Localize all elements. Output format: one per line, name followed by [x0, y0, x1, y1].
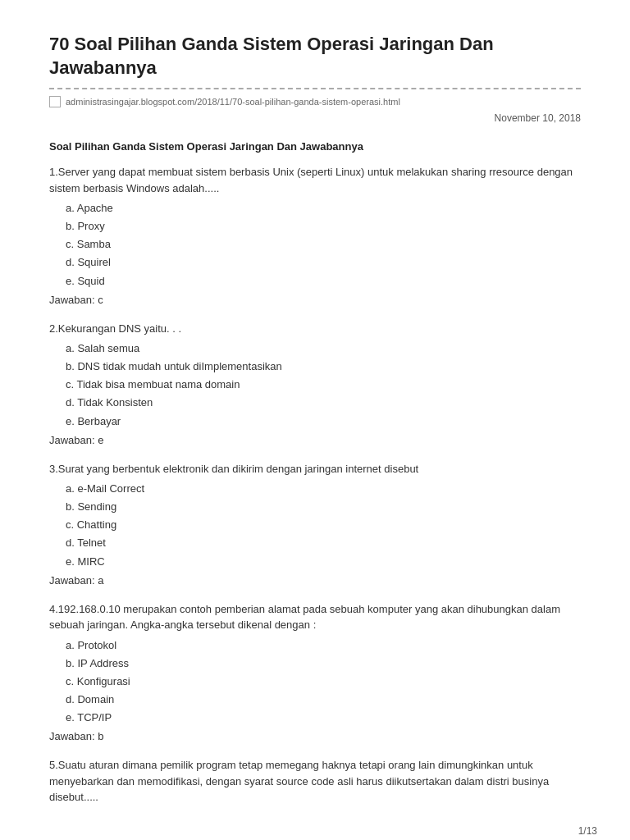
question-text: 2.Kekurangan DNS yaitu. . .	[49, 321, 581, 337]
list-item: e. Berbayar	[66, 413, 581, 431]
question-text: 3.Surat yang berbentuk elektronik dan di…	[49, 461, 581, 477]
source-url-row: administrasingajar.blogspot.com/2018/11/…	[49, 96, 581, 107]
answer-text: Jawaban: e	[49, 434, 581, 446]
list-item: b. Proxy	[66, 217, 581, 235]
question-block: 2.Kekurangan DNS yaitu. . .a. Salah semu…	[49, 321, 581, 446]
question-text: 1.Server yang dapat membuat sistem berba…	[49, 164, 581, 196]
list-item: d. Tidak Konsisten	[66, 394, 581, 412]
list-item: d. Squirel	[66, 253, 581, 272]
section-title: Soal Pilihan Ganda Sistem Operasi Jaring…	[49, 140, 581, 153]
answer-text: Jawaban: b	[49, 730, 581, 742]
question-text: 4.192.168.0.10 merupakan contoh pemberia…	[49, 601, 581, 633]
question-block: 4.192.168.0.10 merupakan contoh pemberia…	[49, 601, 581, 742]
list-item: a. e-Mail Correct	[66, 480, 581, 498]
options-list: a. Apacheb. Proxyc. Sambad. Squirele. Sq…	[49, 199, 581, 290]
date-row: November 10, 2018	[49, 112, 581, 124]
list-item: e. Squid	[66, 272, 581, 290]
date-text: November 10, 2018	[495, 112, 581, 124]
options-list: a. e-Mail Correctb. Sendingc. Chattingd.…	[49, 480, 581, 570]
source-url: administrasingajar.blogspot.com/2018/11/…	[66, 97, 400, 107]
page-container: 70 Soal Pilihan Ganda Sistem Operasi Jar…	[0, 0, 630, 840]
options-list: a. Salah semuab. DNS tidak mudah untuk d…	[49, 340, 581, 430]
question-block: 5.Suatu aturan dimana pemilik program te…	[49, 757, 581, 806]
list-item: b. Sending	[66, 498, 581, 516]
answer-text: Jawaban: c	[49, 294, 581, 306]
list-item: c. Tidak bisa membuat nama domain	[66, 376, 581, 394]
answer-text: Jawaban: a	[49, 574, 581, 587]
page-title: 70 Soal Pilihan Ganda Sistem Operasi Jar…	[49, 33, 581, 80]
list-item: d. Domain	[66, 691, 581, 709]
list-item: c. Chatting	[66, 516, 581, 534]
list-item: d. Telnet	[66, 534, 581, 552]
question-block: 3.Surat yang berbentuk elektronik dan di…	[49, 461, 581, 587]
divider	[49, 88, 581, 89]
list-item: a. Salah semua	[66, 340, 581, 358]
list-item: c. Konfigurasi	[66, 673, 581, 691]
list-item: b. DNS tidak mudah untuk diImplementasik…	[66, 358, 581, 376]
question-text: 5.Suatu aturan dimana pemilik program te…	[49, 757, 581, 806]
page-number: 1/13	[578, 825, 597, 837]
questions-container: 1.Server yang dapat membuat sistem berba…	[49, 164, 581, 805]
list-item: a. Protokol	[66, 637, 581, 655]
list-item: b. IP Address	[66, 655, 581, 673]
options-list: a. Protokolb. IP Addressc. Konfigurasid.…	[49, 637, 581, 727]
list-item: a. Apache	[66, 199, 581, 217]
list-item: e. TCP/IP	[66, 709, 581, 727]
list-item: e. MIRC	[66, 553, 581, 571]
question-block: 1.Server yang dapat membuat sistem berba…	[49, 164, 581, 305]
source-icon	[49, 96, 61, 107]
list-item: c. Samba	[66, 235, 581, 253]
